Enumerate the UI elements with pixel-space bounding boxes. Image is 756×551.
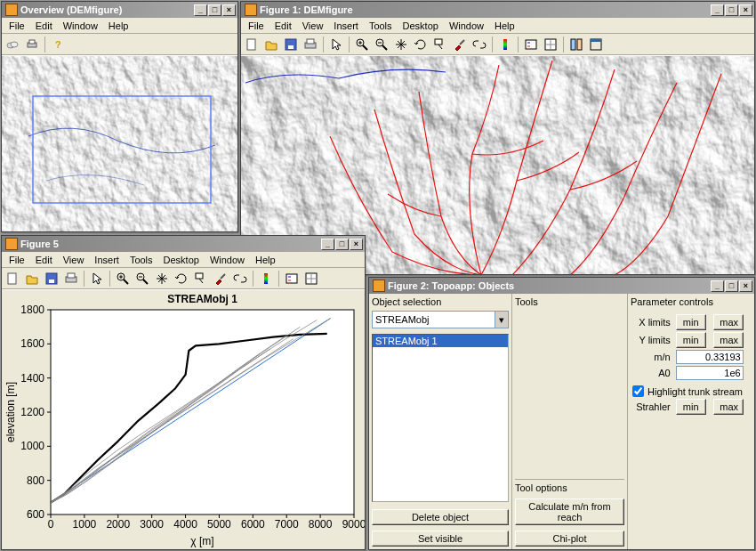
maximize-button[interactable]: □ [208, 4, 221, 16]
pan-icon[interactable] [392, 36, 410, 53]
overview-titlebar[interactable]: Overview (DEMfigure) _ □ × [2, 2, 237, 18]
pointer-icon[interactable] [88, 270, 106, 288]
menu-help[interactable]: Help [489, 20, 520, 32]
menu-desktop[interactable]: Desktop [398, 20, 444, 32]
zoom-out-icon[interactable] [133, 270, 151, 288]
mn-input[interactable] [676, 350, 744, 364]
link-icon[interactable] [470, 36, 488, 53]
strahler-min-button[interactable]: min [676, 399, 706, 415]
xlimits-min-button[interactable]: min [676, 314, 706, 330]
open-icon[interactable] [23, 270, 41, 288]
menu-window[interactable]: Window [444, 20, 489, 32]
layout-icon[interactable] [567, 36, 585, 53]
rotate-icon[interactable] [173, 270, 190, 288]
zoom-in-icon[interactable] [353, 36, 371, 53]
menu-help[interactable]: Help [250, 254, 281, 266]
strahler-max-button[interactable]: max [713, 399, 744, 415]
dock-icon[interactable] [587, 36, 605, 53]
minimize-button[interactable]: _ [194, 4, 207, 16]
ylimits-max-button[interactable]: max [713, 332, 744, 348]
xlimits-max-button[interactable]: max [713, 314, 744, 330]
set-visible-button[interactable]: Set visible [372, 531, 509, 547]
new-icon[interactable] [243, 36, 261, 53]
link-icon[interactable] [231, 270, 249, 288]
brush-icon[interactable] [451, 36, 469, 53]
help-icon[interactable]: ? [49, 36, 67, 53]
brush-icon[interactable] [212, 270, 229, 288]
print-icon[interactable] [62, 270, 80, 288]
svg-line-12 [363, 45, 367, 50]
menu-desktop[interactable]: Desktop [158, 254, 205, 266]
svg-rect-31 [591, 39, 601, 42]
calculate-mn-button[interactable]: Calculate m/n from reach [515, 498, 624, 525]
print-icon[interactable] [23, 36, 41, 53]
figure2-titlebar[interactable]: Figure 2: Topoapp: Objects _ □ × [369, 278, 754, 294]
close-button[interactable]: × [739, 280, 752, 292]
rotate-icon[interactable] [412, 36, 430, 53]
delete-object-button[interactable]: Delete object [372, 509, 509, 525]
maximize-button[interactable]: □ [725, 4, 738, 16]
matlab-app-icon [5, 238, 18, 250]
object-type-select[interactable]: STREAMobj ▾ [372, 311, 509, 328]
menu-window[interactable]: Window [205, 254, 250, 266]
figure1-titlebar[interactable]: Figure 1: DEMfigure _ □ × [241, 2, 754, 18]
svg-rect-21 [503, 39, 507, 50]
close-button[interactable]: × [350, 239, 363, 250]
legend-icon[interactable] [283, 270, 301, 288]
menu-file[interactable]: File [4, 254, 30, 266]
menu-help[interactable]: Help [103, 20, 134, 32]
close-button[interactable]: × [739, 4, 752, 16]
grid-icon[interactable] [302, 270, 320, 288]
open-icon[interactable] [262, 36, 280, 53]
colorbar-icon[interactable] [496, 36, 514, 53]
print-icon[interactable] [302, 36, 319, 53]
close-button[interactable]: × [222, 4, 236, 16]
new-icon[interactable] [4, 270, 21, 288]
menu-insert[interactable]: Insert [89, 254, 125, 266]
zoom-out-icon[interactable] [373, 36, 390, 53]
chi-plot-button[interactable]: Chi-plot [515, 531, 624, 547]
matlab-app-icon [373, 280, 385, 292]
datatip-icon[interactable] [192, 270, 210, 288]
svg-text:8000: 8000 [309, 518, 333, 531]
pointer-icon[interactable] [327, 36, 345, 53]
ylimits-min-button[interactable]: min [676, 332, 706, 348]
menu-view[interactable]: View [58, 254, 90, 266]
menu-view[interactable]: View [297, 20, 329, 32]
toolbar-separator [563, 36, 564, 53]
legend-icon[interactable] [522, 36, 540, 53]
menu-edit[interactable]: Edit [30, 254, 58, 266]
figure5-titlebar[interactable]: Figure 5 _ □ × [2, 236, 365, 252]
highlight-trunk-checkbox[interactable]: Highlight trunk stream [632, 385, 750, 397]
menu-edit[interactable]: Edit [269, 20, 297, 32]
datatip-icon[interactable] [431, 36, 449, 53]
svg-text:1400: 1400 [20, 372, 44, 385]
zoom-in-icon[interactable] [114, 270, 132, 288]
menu-window[interactable]: Window [58, 20, 103, 32]
menu-tools[interactable]: Tools [125, 254, 158, 266]
save-icon[interactable] [282, 36, 300, 53]
menu-insert[interactable]: Insert [328, 20, 364, 32]
figure5-title: Figure 5 [20, 239, 320, 249]
minimize-button[interactable]: _ [711, 280, 724, 292]
menu-file[interactable]: File [243, 20, 269, 32]
pan-icon[interactable] [153, 270, 171, 288]
object-listbox[interactable]: STREAMobj 1 [372, 334, 509, 502]
menu-file[interactable]: File [4, 20, 30, 32]
colorbar-icon[interactable] [257, 270, 275, 288]
save-icon[interactable] [43, 270, 60, 288]
clouds-icon[interactable] [4, 36, 21, 53]
maximize-button[interactable]: □ [725, 280, 738, 292]
menu-edit[interactable]: Edit [30, 20, 58, 32]
minimize-button[interactable]: _ [321, 239, 334, 250]
highlight-checkbox-input[interactable] [632, 385, 644, 397]
maximize-button[interactable]: □ [335, 239, 349, 250]
grid-icon[interactable] [542, 36, 559, 53]
svg-rect-37 [68, 273, 75, 278]
minimize-button[interactable]: _ [711, 4, 724, 16]
menu-tools[interactable]: Tools [364, 20, 398, 32]
list-item[interactable]: STREAMobj 1 [373, 335, 508, 347]
chi-plot-chart[interactable]: 0100020003000400050006000700080009000600… [2, 290, 365, 549]
matlab-app-icon [245, 4, 257, 16]
a0-input[interactable] [676, 366, 744, 380]
